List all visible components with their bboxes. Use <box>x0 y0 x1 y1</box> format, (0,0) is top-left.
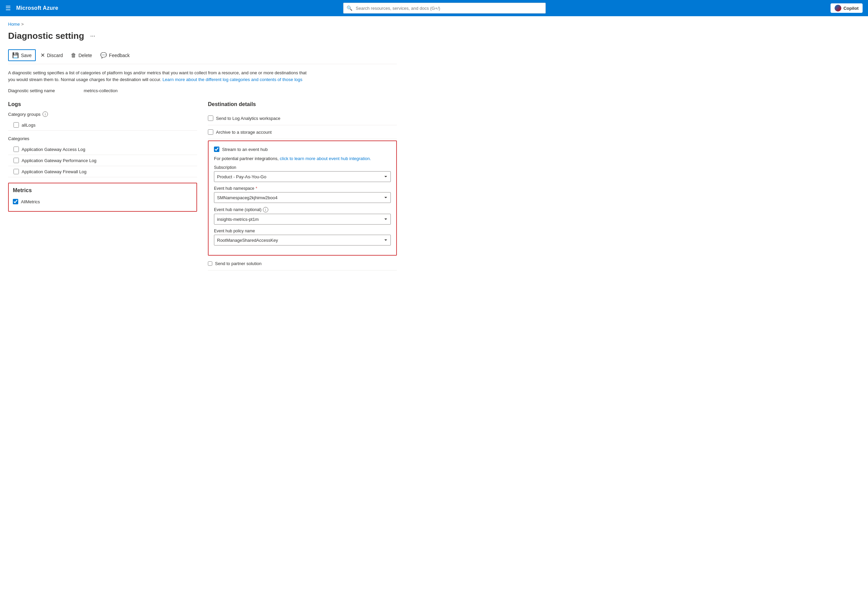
app-gateway-firewall-label: Application Gateway Firewall Log <box>22 169 86 174</box>
event-hub-note-link[interactable]: click to learn more about event hub inte… <box>280 156 371 161</box>
two-col-layout: Logs Category groups i allLogs Categorie… <box>8 101 397 271</box>
copilot-label: Copilot <box>843 6 859 11</box>
storage-checkbox[interactable] <box>208 129 213 135</box>
save-button[interactable]: 💾 Save <box>8 49 36 61</box>
all-logs-item: allLogs <box>8 120 197 131</box>
left-column: Logs Category groups i allLogs Categorie… <box>8 101 197 212</box>
all-logs-label: allLogs <box>22 123 35 128</box>
all-metrics-checkbox[interactable] <box>13 199 18 204</box>
hub-name-select[interactable]: insights-metrics-pt1m <box>214 214 391 225</box>
top-navigation: ☰ Microsoft Azure 🔍 Copilot <box>0 0 868 16</box>
hub-name-info-icon[interactable]: i <box>263 207 268 212</box>
app-gateway-perf-checkbox[interactable] <box>13 158 19 163</box>
namespace-label: Event hub namespace * <box>214 186 391 191</box>
app-gateway-perf-item: Application Gateway Performance Log <box>8 155 197 166</box>
policy-label: Event hub policy name <box>214 229 391 233</box>
discard-button[interactable]: ✕ Discard <box>37 50 66 61</box>
categories-label: Categories <box>8 136 197 141</box>
delete-icon: 🗑 <box>71 52 76 58</box>
partner-checkbox[interactable] <box>208 261 212 266</box>
feedback-button[interactable]: 💬 Feedback <box>97 50 133 61</box>
partner-item: Send to partner solution <box>208 257 397 271</box>
search-icon: 🔍 <box>347 5 352 11</box>
app-gateway-access-item: Application Gateway Access Log <box>8 144 197 155</box>
subscription-select[interactable]: Product - Pay-As-You-Go <box>214 171 391 182</box>
metrics-section: Metrics AllMetrics <box>8 183 197 212</box>
save-icon: 💾 <box>12 52 19 58</box>
namespace-select[interactable]: SMNamespaceg2kjhimw2boo4 <box>214 192 391 203</box>
hamburger-menu[interactable]: ☰ <box>5 4 11 12</box>
metrics-section-title: Metrics <box>13 187 192 194</box>
right-column: Destination details Send to Log Analytic… <box>208 101 397 271</box>
storage-item: Archive to a storage account <box>208 125 397 139</box>
search-input[interactable] <box>343 3 546 13</box>
app-gateway-access-label: Application Gateway Access Log <box>22 147 86 152</box>
discard-label: Discard <box>47 53 63 58</box>
logs-section-title: Logs <box>8 101 197 107</box>
main-content: Home > Diagnostic setting ··· 💾 Save ✕ D… <box>0 16 405 276</box>
ellipsis-button[interactable]: ··· <box>88 32 97 40</box>
all-metrics-label: AllMetrics <box>21 199 40 204</box>
search-bar: 🔍 <box>343 3 546 13</box>
event-hub-header: Stream to an event hub <box>214 147 391 152</box>
toolbar: 💾 Save ✕ Discard 🗑 Delete 💬 Feedback <box>8 47 397 64</box>
namespace-group: Event hub namespace * SMNamespaceg2kjhim… <box>214 186 391 203</box>
subscription-group: Subscription Product - Pay-As-You-Go <box>214 165 391 182</box>
log-analytics-item: Send to Log Analytics workspace <box>208 111 397 125</box>
discard-icon: ✕ <box>40 52 45 58</box>
event-hub-label: Stream to an event hub <box>222 147 268 152</box>
brand-name: Microsoft Azure <box>16 5 58 11</box>
all-logs-checkbox[interactable] <box>13 122 19 128</box>
category-groups-info-icon[interactable]: i <box>43 111 48 117</box>
delete-button[interactable]: 🗑 Delete <box>68 50 95 61</box>
page-title: Diagnostic setting <box>8 31 84 41</box>
event-hub-checkbox[interactable] <box>214 147 219 152</box>
log-analytics-checkbox[interactable] <box>208 115 213 121</box>
breadcrumb-home[interactable]: Home <box>8 22 20 27</box>
breadcrumb: Home > <box>8 22 397 27</box>
setting-name-value: metrics-collection <box>84 88 117 93</box>
description-text: A diagnostic setting specifies a list of… <box>8 70 312 83</box>
policy-group: Event hub policy name RootManageSharedAc… <box>214 229 391 246</box>
subscription-label: Subscription <box>214 165 391 170</box>
log-analytics-label: Send to Log Analytics workspace <box>216 116 280 121</box>
storage-label: Archive to a storage account <box>216 130 272 135</box>
feedback-label: Feedback <box>109 53 130 58</box>
app-gateway-firewall-item: Application Gateway Firewall Log <box>8 166 197 177</box>
event-hub-section: Stream to an event hub For potential par… <box>208 141 397 256</box>
setting-name-label: Diagnostic setting name <box>8 88 75 93</box>
copilot-icon <box>835 5 841 12</box>
feedback-icon: 💬 <box>100 52 107 58</box>
description-link[interactable]: Learn more about the different log categ… <box>162 77 303 82</box>
event-hub-note: For potential partner integrations, clic… <box>214 156 391 161</box>
breadcrumb-separator: > <box>21 22 24 27</box>
partner-label: Send to partner solution <box>215 261 261 266</box>
event-hub-note-text: For potential partner integrations, <box>214 156 280 161</box>
setting-name-row: Diagnostic setting name metrics-collecti… <box>8 88 397 93</box>
app-gateway-firewall-checkbox[interactable] <box>13 169 19 174</box>
all-metrics-item: AllMetrics <box>13 196 192 207</box>
policy-select[interactable]: RootManageSharedAccessKey <box>214 235 391 246</box>
hub-name-label: Event hub name (optional) i <box>214 207 391 212</box>
namespace-required-star: * <box>255 186 257 191</box>
app-gateway-access-checkbox[interactable] <box>13 147 19 152</box>
destination-section-title: Destination details <box>208 101 397 107</box>
save-label: Save <box>21 53 32 58</box>
page-title-row: Diagnostic setting ··· <box>8 31 397 41</box>
hub-name-group: Event hub name (optional) i insights-met… <box>214 207 391 225</box>
app-gateway-perf-label: Application Gateway Performance Log <box>22 158 96 163</box>
copilot-button[interactable]: Copilot <box>831 3 863 13</box>
delete-label: Delete <box>78 53 92 58</box>
category-groups-label: Category groups i <box>8 111 197 117</box>
